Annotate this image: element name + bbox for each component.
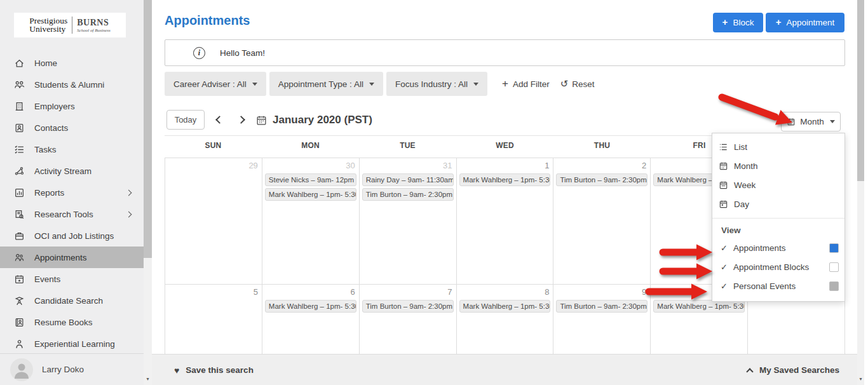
calendar-day-cell[interactable]: 8 Mark Wahlberg – 1pm- 5:30 (457, 285, 554, 354)
red-arrow-month (722, 97, 775, 117)
reset-icon: ↺ (560, 78, 569, 90)
event-pill[interactable]: Stevie Nicks – 9am- 12pm (265, 173, 356, 186)
calendar-day-cell[interactable]: 1 Mark Wahlberg – 1pm- 5:30 (457, 158, 554, 285)
filter-focus-industry[interactable]: Focus Industry : All (386, 72, 487, 96)
event-pill[interactable]: Rainy Day – 9am- 11:30am (362, 173, 454, 186)
event-pill[interactable]: Mark Wahlberg – 1pm- 5:30 (459, 173, 551, 186)
activity-icon (14, 166, 25, 177)
calendar-icon (787, 118, 796, 126)
filter-career-adviser[interactable]: Career Adviser : All (165, 72, 266, 96)
sidebar-item-tasks[interactable]: Tasks (0, 138, 144, 160)
calendar-day-cell[interactable]: 6 Mark Wahlberg – 1pm- 5:30 (262, 285, 360, 354)
notice-message: Hello Team! (220, 48, 265, 58)
sidebar-item-oci-job-listings[interactable]: OCI and Job Listings (0, 225, 144, 247)
sidebar-item-activity-stream[interactable]: Activity Stream (0, 160, 144, 182)
filter-bar: Career Adviser : All Appointment Type : … (165, 72, 595, 96)
sidebar-item-employers[interactable]: Employers (0, 95, 144, 117)
sidebar-scrollbar-thumb[interactable] (144, 0, 152, 258)
sidebar-item-candidate-search[interactable]: Candidate Search (0, 290, 144, 311)
event-pill[interactable]: Mark Wahlberg – 1pm- 5:30 (459, 300, 551, 313)
sidebar-item-resume-books[interactable]: Resume Books (0, 311, 144, 333)
calendar-date: 7 (360, 285, 456, 298)
page-scrollbar-thumb[interactable] (857, 0, 864, 181)
add-block-button[interactable]: + Block (713, 13, 763, 32)
sidebar-item-home[interactable]: Home (0, 52, 144, 74)
color-swatch-appointment-blocks[interactable] (829, 262, 839, 272)
today-button[interactable]: Today (166, 110, 205, 130)
calendar-day-cell[interactable]: 30 Stevie Nicks – 9am- 12pm Mark Wahlber… (262, 158, 360, 285)
calendar-day-cell[interactable]: 2 Tim Burton – 9am- 2:30pm (553, 158, 651, 285)
view-selector-button[interactable]: Month (781, 112, 841, 132)
filter-appointment-type[interactable]: Appointment Type : All (269, 72, 383, 96)
sidebar-item-reports[interactable]: Reports (0, 182, 144, 203)
sidebar-item-label: Activity Stream (34, 166, 92, 176)
previous-month-button[interactable] (215, 116, 224, 124)
sidebar-item-label: OCI and Job Listings (34, 231, 114, 241)
event-pill[interactable]: Tim Burton – 9am- 2:30pm (556, 300, 648, 313)
tasks-icon (14, 144, 25, 155)
sidebar-item-students-alumni[interactable]: Students & Alumni (0, 74, 144, 95)
my-saved-searches-button[interactable]: My Saved Searches (747, 355, 839, 385)
menu-item-list[interactable]: List (712, 137, 844, 156)
save-search-button[interactable]: ♥ Save this search (174, 355, 254, 385)
contact-card-icon (14, 123, 25, 133)
calendar-star-icon (14, 274, 25, 285)
plus-icon: + (502, 78, 508, 90)
list-icon (719, 142, 728, 152)
sidebar-item-events[interactable]: Events (0, 268, 144, 290)
sidebar-item-contacts[interactable]: Contacts (0, 117, 144, 138)
calendar-day-cell[interactable]: 5 (165, 285, 262, 354)
event-pill[interactable]: Tim Burton – 9am- 2:30pm (362, 188, 454, 201)
chevron-right-icon (126, 189, 132, 196)
event-pill[interactable]: Tim Burton – 9am- 2:30pm (362, 300, 454, 313)
sidebar-item-appointments[interactable]: Appointments (0, 247, 144, 268)
sidebar-item-label: Experiential Learning (34, 339, 115, 349)
add-appointment-button[interactable]: + Appointment (766, 13, 844, 32)
sidebar-item-experiential-learning[interactable]: Experiential Learning (0, 333, 144, 355)
next-month-button[interactable] (237, 116, 245, 124)
add-filter-button[interactable]: + Add Filter (502, 72, 550, 96)
sidebar-item-label: Employers (34, 102, 75, 111)
toggle-appointments[interactable]: ✓ Appointments (712, 238, 844, 257)
sidebar-item-label: Reports (34, 188, 64, 198)
calendar-day-icon (719, 199, 728, 209)
page-scrollbar-down-arrow[interactable]: ▾ (857, 376, 865, 382)
menu-item-month[interactable]: Month (712, 156, 844, 175)
menu-item-day[interactable]: Day (712, 194, 844, 213)
color-swatch-appointments[interactable] (829, 243, 839, 253)
sidebar-item-label: Resume Books (34, 318, 93, 327)
sidebar-item-research-tools[interactable]: Research Tools (0, 203, 144, 225)
calendar-icon (256, 115, 267, 126)
event-pill[interactable]: Tim Burton – 9am- 2:30pm (556, 173, 648, 186)
event-pill[interactable]: Mark Wahlberg – 1pm- 5:30 (653, 300, 745, 313)
calendar-day-cell[interactable]: 29 (165, 158, 262, 285)
reset-filters-button[interactable]: ↺ Reset (560, 72, 595, 96)
calendar-date: 29 (165, 158, 262, 172)
calendar-date: 6 (262, 285, 359, 298)
caret-down-icon (830, 120, 835, 123)
event-pill[interactable]: Mark Wahlberg – 1pm- 5:30 (265, 300, 356, 313)
info-icon: i (193, 47, 205, 59)
color-swatch-personal-events[interactable] (829, 281, 839, 291)
event-pill[interactable]: Mark Wahlberg – 1pm- 5:30 (265, 188, 356, 201)
toggle-personal-events[interactable]: ✓ Personal Events (712, 276, 844, 295)
home-icon (14, 58, 25, 69)
menu-item-week[interactable]: Week (712, 175, 844, 194)
calendar-day-cell[interactable]: 31 Rainy Day – 9am- 11:30am Tim Burton –… (360, 158, 457, 285)
page-title: Appointments (165, 13, 250, 28)
sidebar-scrollbar-down-arrow[interactable]: ▾ (144, 376, 152, 382)
graduate-icon (14, 295, 25, 306)
calendar-day-cell[interactable]: 9 Tim Burton – 9am- 2:30pm (553, 285, 651, 354)
toggle-appointment-blocks[interactable]: ✓ Appointment Blocks (712, 257, 844, 276)
calendar-day-cell[interactable]: 7 Tim Burton – 9am- 2:30pm (360, 285, 457, 354)
calendar-date: 5 (165, 285, 262, 298)
appointments-icon (14, 252, 25, 263)
sidebar-item-label: Appointments (34, 253, 87, 262)
calendar-week-icon (719, 180, 728, 190)
app-window: Prestigious University BURNS School of B… (0, 0, 868, 385)
sidebar-item-label: Research Tools (34, 210, 93, 219)
sidebar: Prestigious University BURNS School of B… (0, 0, 144, 385)
user-profile[interactable]: Larry Doko (0, 353, 144, 385)
university-logo[interactable]: Prestigious University BURNS School of B… (14, 13, 126, 37)
calendar-month-icon (719, 161, 728, 171)
